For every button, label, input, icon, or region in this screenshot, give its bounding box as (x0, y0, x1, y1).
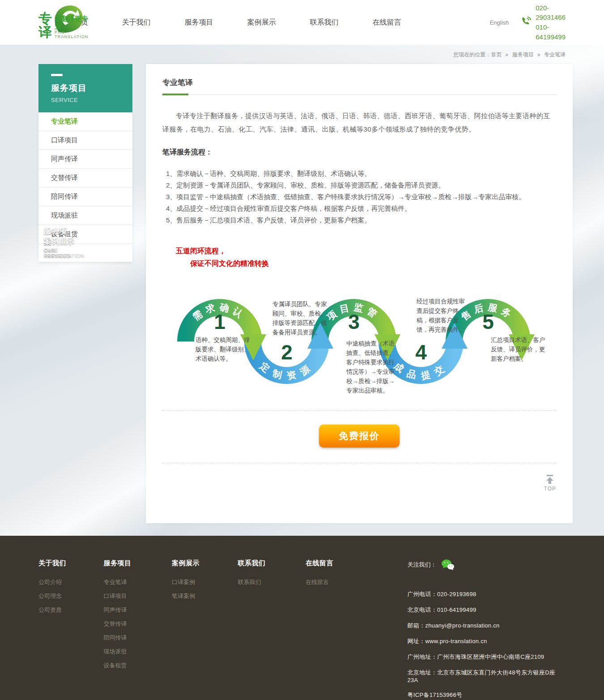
footer-col-title: 服务项目 (104, 559, 172, 568)
flow-step-desc: 汇总项目术语、客户反馈、译员评价，更新客户档案。 (491, 335, 546, 363)
footer-link[interactable]: 交替传译 (104, 620, 172, 628)
footer-link[interactable]: 陪同传译 (104, 634, 172, 642)
nav-message[interactable]: 在线留言 (373, 18, 401, 27)
main-nav: 首页 关于我们 服务项目 案例展示 联系我们 在线留言 (74, 18, 435, 27)
footer-link[interactable]: 联系我们 (238, 578, 306, 586)
main-background: 您现在的位置：首页 » 服务项目 » 专业笔译 服务项目 SERVICE 专业笔… (0, 45, 604, 536)
flow-step-number: 3 (348, 310, 360, 333)
breadcrumb-home[interactable]: 首页 (491, 51, 502, 58)
footer-col-cases: 案例展示 口译案例 笔译案例 (172, 559, 238, 700)
footer-col-services: 服务项目 专业笔译 口译项目 同声传译 交替传译 陪同传译 现场派驻 设备租赁 (104, 559, 172, 700)
footer-col-title: 联系我们 (238, 559, 306, 568)
footer-link[interactable]: 公司资质 (38, 606, 104, 614)
flow-step-desc: 语种、交稿周期、排版要求、翻译级别、术语确认等。 (196, 335, 251, 363)
sidebar-subtitle: SERVICE (51, 97, 132, 103)
breadcrumb-prefix: 您现在的位置： (453, 51, 491, 58)
dashed-divider (162, 410, 556, 411)
process-step: 2、定制资源－专属译员团队、专家顾问、审校、质检、排版等资源匹配，储备备用译员资… (166, 179, 556, 191)
site-header: 专译 让翻译更专业 PRO-TRANSLATION 首页 关于我们 服务项目 案… (0, 0, 604, 45)
process-step: 4、成品提交－经过项目合规性审查后提交客户终稿，根据客户反馈，再完善稿件。 (166, 203, 556, 214)
contact-line: 粤ICP备17153966号 (408, 691, 566, 699)
footer-link[interactable]: 口译案例 (172, 578, 238, 586)
back-to-top-button[interactable]: TOP (544, 475, 556, 492)
contact-line: 广州电话：020-29193698 (408, 590, 566, 598)
process-step: 1、需求确认－语种、交稿周期、排版要求、翻译级别、术语确认等。 (166, 168, 556, 179)
dashed-divider (162, 463, 556, 463)
process-steps: 1、需求确认－语种、交稿周期、排版要求、翻译级别、术语确认等。 2、定制资源－专… (166, 168, 556, 226)
footer-link[interactable]: 现场派驻 (104, 648, 172, 656)
nav-services[interactable]: 服务项目 (185, 18, 213, 27)
flow-step-desc: 经过项目合规性审查后提交客户终稿，根据客户反馈，再完善稿件。 (417, 297, 468, 334)
logo-slogan: 让翻译更专业 (55, 15, 89, 30)
footer-link[interactable]: 专业笔译 (104, 578, 172, 586)
logo-name: 专译 (38, 12, 53, 39)
process-step: 3、项目监管－中途稿抽查（术语抽查、低错抽查、客户特殊要求执行情况等）→专业审校… (166, 191, 556, 203)
flow-step-desc: 专属译员团队、专家顾问、审校、质检、排版等资源匹配，储备备用译员资源。 (272, 299, 327, 337)
sidebar-dash-decor (51, 74, 63, 76)
footer-col-message: 在线留言 在线留言 (306, 559, 369, 700)
highlight-note: 五道闭环流程， 保证不同文化的精准转换 (162, 245, 556, 270)
footer-link[interactable]: 口译项目 (104, 592, 172, 600)
sidebar-item-interpretation[interactable]: 口译项目 (38, 131, 132, 150)
sidebar-item-simultaneous[interactable]: 同声传译 (38, 150, 132, 169)
contact-line: 网址：www.pro-translation.cn (408, 637, 566, 645)
breadcrumb: 您现在的位置：首页 » 服务项目 » 专业笔译 (38, 45, 566, 64)
intro-paragraph: 专译专注于翻译服务，提供汉语与英语、法语、俄语、日语、韩语、德语、西班牙语、葡萄… (162, 109, 556, 136)
nav-contact[interactable]: 联系我们 (310, 18, 339, 27)
sidebar-item-escort[interactable]: 陪同传译 (38, 188, 132, 206)
footer-col-title: 关于我们 (38, 559, 104, 568)
contact-line: 邮箱：zhuanyi@pro-translation.cn (408, 622, 566, 630)
flow-step-number: 4 (415, 341, 427, 364)
page-title: 专业笔译 (162, 77, 556, 88)
sidebar: 服务项目 SERVICE 专业笔译 口译项目 同声传译 交替传译 陪同传译 现场… (38, 64, 132, 262)
contact-line: 北京地址：北京市东城区东直门外大街48号东方银座D座23A (408, 669, 566, 683)
footer-contact-block: 关注我们： 广州电话：020-29193698 北京电话：010-6419949… (408, 559, 566, 700)
top-label: TOP (544, 486, 556, 492)
free-quote-button[interactable]: 免费报价 (319, 424, 400, 448)
flow-step-number: 5 (482, 310, 494, 333)
breadcrumb-section[interactable]: 服务项目 (512, 51, 534, 58)
site-footer: 关于我们 公司介绍 公司理念 公司资质 服务项目 专业笔译 口译项目 同声传译 … (0, 536, 604, 700)
process-heading: 笔译服务流程： (162, 148, 556, 157)
wechat-icon[interactable] (441, 559, 455, 571)
content-card: 专业笔译 专译专注于翻译服务，提供汉语与英语、法语、俄语、日语、韩语、德语、西班… (146, 64, 573, 523)
footer-link[interactable]: 公司理念 (38, 592, 104, 600)
title-underline (162, 94, 556, 95)
phone-number-2: 010-64199499 (536, 22, 566, 42)
sidebar-item-written-translation[interactable]: 专业笔译 (38, 112, 132, 131)
phone-icon (520, 16, 532, 29)
footer-link[interactable]: 笔译案例 (172, 592, 238, 600)
arrow-up-icon (545, 475, 555, 484)
flow-step-number: 1 (214, 310, 225, 333)
footer-col-contact: 联系我们 联系我们 (238, 559, 306, 700)
sidebar-item-consecutive[interactable]: 交替传译 (38, 169, 132, 188)
nav-cases[interactable]: 案例展示 (247, 18, 276, 27)
site-logo[interactable]: 专译 让翻译更专业 PRO-TRANSLATION (38, 3, 39, 42)
highlight-line-1: 五道闭环流程， (176, 245, 556, 257)
flow-step-number: 2 (281, 341, 293, 364)
process-step: 5、售后服务－汇总项目术语、客户反馈、译员评价，更新客户档案。 (166, 214, 556, 226)
follow-us-label: 关注我们： (408, 561, 437, 569)
process-flow-diagram: 1 2 3 4 5 需求确认 定制资源 项目监管 (175, 292, 556, 399)
phone-number-1: 020-29031466 (536, 3, 566, 23)
footer-link[interactable]: 在线留言 (306, 578, 369, 586)
footer-link[interactable]: 同声传译 (104, 606, 172, 614)
header-phone-box: 020-29031466 010-64199499 (520, 3, 566, 42)
footer-col-title: 在线留言 (306, 559, 369, 568)
nav-about[interactable]: 关于我们 (122, 18, 151, 27)
footer-link[interactable]: 设备租赁 (104, 662, 172, 670)
contact-line: 广州地址：广州市海珠区琶洲中洲中心南塔C座2109 (408, 653, 566, 661)
sidebar-header: 服务项目 SERVICE (38, 64, 132, 112)
flow-step-desc: 中途稿抽查（术语抽查、低错抽查、客户特殊要求执行情况等）→专业审校→质检→排版→… (346, 339, 399, 395)
footer-link[interactable]: 公司介绍 (38, 578, 104, 586)
breadcrumb-separator: » (537, 51, 540, 58)
language-switch[interactable]: English (490, 19, 509, 26)
breadcrumb-separator: » (506, 51, 509, 58)
breadcrumb-current: 专业笔译 (544, 51, 566, 58)
logo-subtitle: PRO-TRANSLATION (55, 30, 89, 39)
highlight-line-2: 保证不同文化的精准转换 (190, 257, 556, 270)
sidebar-item-onsite[interactable]: 现场派驻 (38, 206, 132, 225)
contact-line: 北京电话：010-64199499 (408, 606, 566, 614)
footer-col-about: 关于我们 公司介绍 公司理念 公司资质 (38, 559, 104, 700)
footer-col-title: 案例展示 (172, 559, 238, 568)
